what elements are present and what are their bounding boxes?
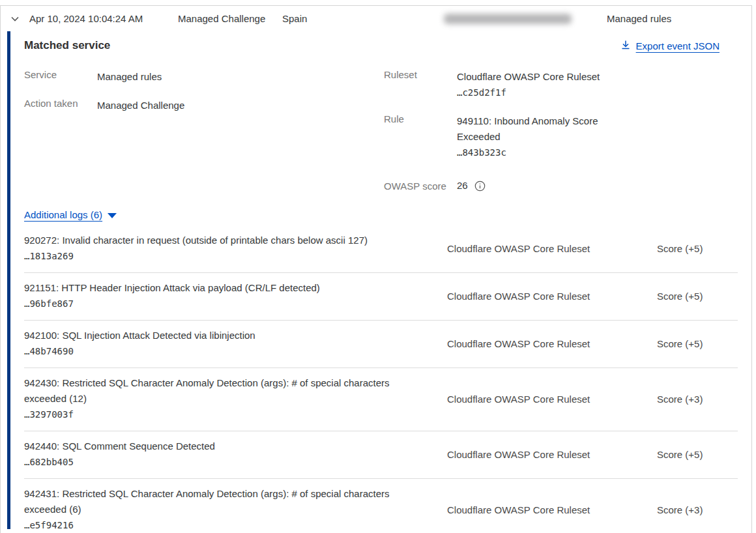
log-row: 942430: Restricted SQL Character Anomaly… (24, 368, 738, 431)
log-row: 942100: SQL Injection Attack Detected vi… (24, 321, 738, 368)
redacted-blur (444, 14, 572, 24)
event-service: Managed rules (607, 13, 751, 24)
export-event-json-link[interactable]: Export event JSON (620, 40, 720, 52)
log-row: 942431: Restricted SQL Character Anomaly… (24, 479, 738, 533)
log-description: 942440: SQL Comment Sequence Detected (24, 439, 429, 454)
rule-label: Rule (384, 113, 457, 160)
log-hash: …3297003f (24, 407, 429, 422)
export-link-label: Export event JSON (636, 40, 720, 51)
event-action: Managed Challenge (178, 13, 282, 24)
log-hash: …48b74690 (24, 343, 429, 359)
log-ruleset: Cloudflare OWASP Core Ruleset (447, 243, 657, 254)
action-taken-value: Managed Challenge (97, 98, 184, 113)
download-icon (620, 40, 631, 52)
event-row[interactable]: Apr 10, 2024 10:04:24 AM Managed Challen… (1, 6, 751, 31)
caret-down-icon (108, 213, 117, 218)
log-score: Score (+5) (657, 291, 738, 302)
log-hash: …96bfe867 (24, 296, 429, 311)
log-ruleset: Cloudflare OWASP Core Ruleset (447, 338, 657, 349)
log-description: 942430: Restricted SQL Character Anomaly… (24, 375, 429, 407)
event-detail-panel: Matched service Export event JSON (1, 31, 751, 529)
action-taken-label: Action taken (24, 98, 97, 113)
rule-name: 949110: Inbound Anomaly Score Exceeded (457, 113, 620, 145)
additional-logs-toggle[interactable]: Additional logs (6) (24, 209, 117, 220)
log-description: 921151: HTTP Header Injection Attack via… (24, 280, 429, 296)
log-score: Score (+5) (657, 449, 738, 460)
ruleset-name: Cloudflare OWASP Core Ruleset (457, 69, 600, 85)
panel-title: Matched service (24, 39, 110, 52)
owasp-score-value: 26 (457, 178, 468, 194)
log-score: Score (+5) (657, 243, 738, 254)
additional-logs-label: Additional logs (6) (24, 209, 102, 220)
info-icon[interactable] (474, 180, 486, 192)
rule-hash: …843b323c (457, 145, 620, 160)
log-description: 942431: Restricted SQL Character Anomaly… (24, 486, 429, 517)
firewall-events-table: Apr 10, 2024 10:04:24 AM Managed Challen… (0, 5, 752, 533)
event-redacted-value (444, 14, 607, 24)
additional-logs-list: 920272: Invalid character in request (ou… (24, 225, 738, 533)
owasp-score-label: OWASP score (384, 180, 457, 192)
service-label: Service (24, 69, 97, 85)
log-score: Score (+5) (657, 338, 738, 349)
log-row: 942440: SQL Comment Sequence Detected …6… (24, 431, 738, 479)
ruleset-value: Cloudflare OWASP Core Ruleset …c25d2f1f (457, 69, 600, 100)
log-hash: …1813a269 (24, 248, 429, 264)
log-hash: …e5f94216 (24, 517, 429, 533)
rule-value: 949110: Inbound Anomaly Score Exceeded …… (457, 113, 620, 160)
log-row: 921151: HTTP Header Injection Attack via… (24, 273, 738, 321)
chevron-down-icon[interactable] (10, 14, 29, 24)
log-description: 920272: Invalid character in request (ou… (24, 233, 429, 248)
event-country: Spain (282, 13, 444, 24)
ruleset-hash: …c25d2f1f (457, 85, 600, 100)
log-row: 920272: Invalid character in request (ou… (24, 225, 738, 273)
ruleset-label: Ruleset (384, 69, 457, 100)
log-score: Score (+3) (657, 504, 738, 515)
log-hash: …682bb405 (24, 454, 429, 470)
log-description: 942100: SQL Injection Attack Detected vi… (24, 328, 429, 343)
log-ruleset: Cloudflare OWASP Core Ruleset (447, 394, 657, 405)
log-score: Score (+3) (657, 394, 738, 405)
log-ruleset: Cloudflare OWASP Core Ruleset (447, 449, 657, 460)
log-ruleset: Cloudflare OWASP Core Ruleset (447, 504, 657, 515)
log-ruleset: Cloudflare OWASP Core Ruleset (447, 291, 657, 302)
service-value: Managed rules (97, 69, 162, 85)
event-timestamp: Apr 10, 2024 10:04:24 AM (29, 13, 178, 24)
